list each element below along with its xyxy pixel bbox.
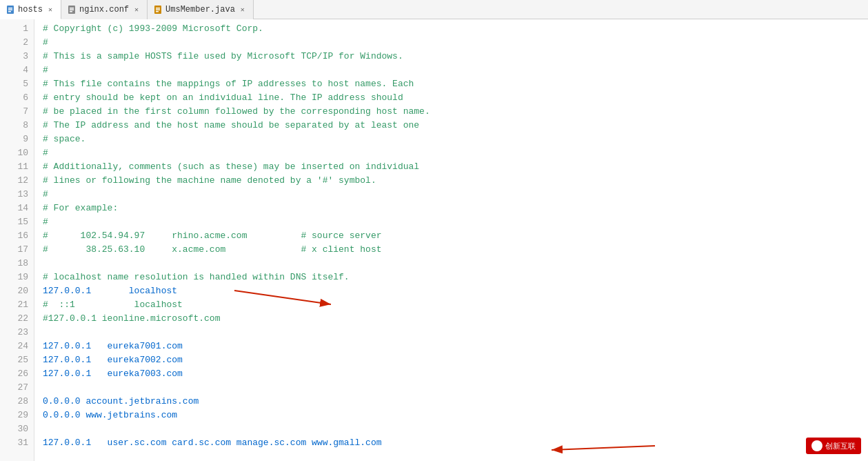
svg-rect-3 — [8, 11, 11, 12]
svg-rect-10 — [156, 9, 160, 10]
svg-rect-6 — [70, 9, 74, 10]
line-number: 1 — [6, 22, 28, 36]
tab-bar: hosts ✕ nginx.conf ✕ UmsMember.java ✕ — [0, 0, 868, 19]
svg-rect-1 — [8, 8, 12, 9]
code-area[interactable]: # Copyright (c) 1993-2009 Microsoft Corp… — [34, 19, 868, 461]
hosts-file-icon — [6, 5, 15, 14]
svg-rect-5 — [70, 8, 74, 9]
line-number: 11 — [6, 160, 28, 174]
line-number: 15 — [6, 215, 28, 229]
svg-rect-11 — [156, 11, 159, 12]
line-number: 7 — [6, 105, 28, 119]
tab-nginx-close[interactable]: ✕ — [132, 5, 141, 14]
line-number: 17 — [6, 243, 28, 257]
line-numbers: 1234567891011121314151617181920212223242… — [0, 19, 34, 461]
svg-rect-9 — [156, 8, 160, 9]
arrow-2 — [552, 446, 655, 450]
line-number: 21 — [6, 298, 28, 312]
arrow-1 — [234, 291, 331, 304]
line-number: 27 — [6, 381, 28, 395]
line-number: 18 — [6, 257, 28, 271]
brand-logo: 创新互联 — [806, 438, 861, 454]
tab-nginx-label: nginx.conf — [79, 5, 129, 14]
line-number: 5 — [6, 77, 28, 91]
line-number: 30 — [6, 422, 28, 436]
line-number: 19 — [6, 271, 28, 284]
line-number: 14 — [6, 202, 28, 215]
logo-icon — [811, 440, 822, 451]
line-number: 25 — [6, 353, 28, 367]
java-file-icon — [153, 5, 163, 14]
line-number: 9 — [6, 133, 28, 146]
line-number: 29 — [6, 409, 28, 422]
nginx-file-icon — [67, 5, 77, 14]
line-number: 23 — [6, 326, 28, 340]
line-number: 16 — [6, 229, 28, 243]
line-number: 13 — [6, 188, 28, 202]
tab-umsmember[interactable]: UmsMember.java ✕ — [148, 0, 254, 19]
svg-rect-2 — [8, 9, 12, 10]
line-number: 22 — [6, 312, 28, 326]
editor-container: hosts ✕ nginx.conf ✕ UmsMember.java ✕ 12… — [0, 0, 868, 461]
line-number: 26 — [6, 367, 28, 381]
line-number: 31 — [6, 436, 28, 450]
line-number: 12 — [6, 174, 28, 188]
editor-body: 1234567891011121314151617181920212223242… — [0, 19, 868, 461]
tab-hosts-close[interactable]: ✕ — [46, 5, 55, 14]
logo-text: 创新互联 — [825, 441, 856, 451]
tab-nginx[interactable]: nginx.conf ✕ — [61, 0, 148, 19]
svg-rect-7 — [70, 11, 72, 12]
line-number: 10 — [6, 146, 28, 160]
tab-umsmember-label: UmsMember.java — [165, 5, 235, 14]
line-number: 28 — [6, 395, 28, 409]
tab-hosts[interactable]: hosts ✕ — [0, 0, 61, 19]
line-number: 3 — [6, 50, 28, 63]
line-number: 8 — [6, 119, 28, 133]
arrows-overlay — [34, 19, 868, 461]
line-number: 6 — [6, 91, 28, 105]
line-number: 20 — [6, 284, 28, 298]
line-number: 24 — [6, 340, 28, 353]
line-number: 2 — [6, 36, 28, 50]
tab-umsmember-close[interactable]: ✕ — [238, 5, 248, 14]
line-number: 4 — [6, 63, 28, 77]
tab-hosts-label: hosts — [18, 5, 43, 14]
